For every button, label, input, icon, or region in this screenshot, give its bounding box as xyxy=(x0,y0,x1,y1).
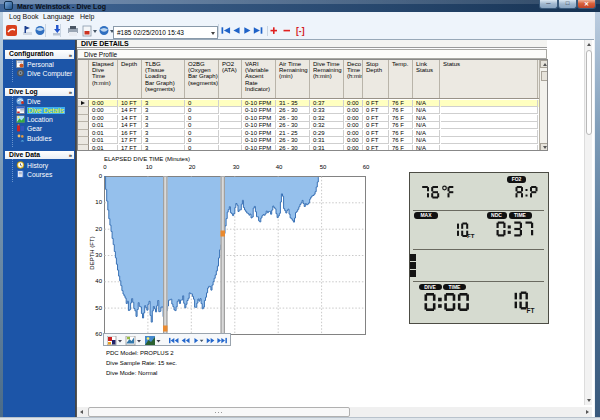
svg-text:[-]: [-] xyxy=(296,26,305,36)
